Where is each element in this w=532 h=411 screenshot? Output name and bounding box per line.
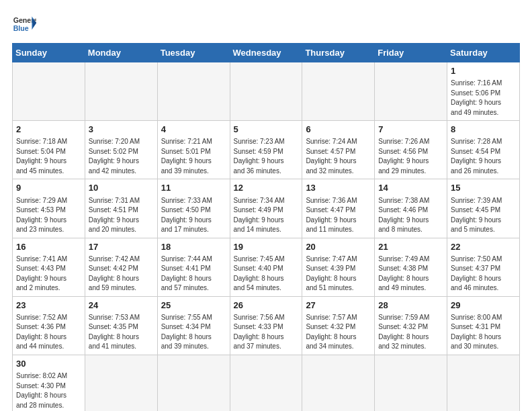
day-number: 25 xyxy=(161,300,226,312)
calendar-day-cell xyxy=(230,62,302,121)
calendar-week-row: 30Sunrise: 8:02 AM Sunset: 4:30 PM Dayli… xyxy=(13,355,520,411)
day-info: Sunrise: 7:49 AM Sunset: 4:38 PM Dayligh… xyxy=(378,255,443,293)
calendar-day-cell xyxy=(157,62,230,121)
calendar-week-row: 23Sunrise: 7:52 AM Sunset: 4:36 PM Dayli… xyxy=(13,296,520,355)
day-info: Sunrise: 7:21 AM Sunset: 5:01 PM Dayligh… xyxy=(161,137,226,176)
day-info: Sunrise: 7:57 AM Sunset: 4:32 PM Dayligh… xyxy=(306,313,371,352)
svg-text:Blue: Blue xyxy=(13,24,29,32)
calendar-day-cell: 19Sunrise: 7:45 AM Sunset: 4:40 PM Dayli… xyxy=(230,238,302,296)
day-info: Sunrise: 7:23 AM Sunset: 4:59 PM Dayligh… xyxy=(234,137,299,176)
calendar-day-cell: 15Sunrise: 7:39 AM Sunset: 4:45 PM Dayli… xyxy=(447,179,520,238)
calendar-day-header: Sunday xyxy=(13,44,85,62)
generalblue-logo-icon: General Blue xyxy=(12,12,36,36)
calendar-day-cell: 26Sunrise: 7:56 AM Sunset: 4:33 PM Dayli… xyxy=(230,296,302,355)
calendar-day-header: Thursday xyxy=(302,44,375,62)
calendar-day-cell: 29Sunrise: 8:00 AM Sunset: 4:31 PM Dayli… xyxy=(447,296,520,355)
day-number: 9 xyxy=(16,182,81,194)
day-info: Sunrise: 7:31 AM Sunset: 4:51 PM Dayligh… xyxy=(89,196,154,235)
day-number: 16 xyxy=(16,241,81,253)
day-number: 8 xyxy=(451,124,516,136)
calendar-day-cell xyxy=(13,62,85,121)
day-number: 15 xyxy=(451,182,516,194)
day-number: 18 xyxy=(161,241,226,253)
page-header: General Blue xyxy=(12,12,520,36)
calendar-day-cell: 10Sunrise: 7:31 AM Sunset: 4:51 PM Dayli… xyxy=(85,179,157,238)
calendar-day-cell: 13Sunrise: 7:36 AM Sunset: 4:47 PM Dayli… xyxy=(302,179,375,238)
day-number: 23 xyxy=(16,300,81,312)
day-info: Sunrise: 7:44 AM Sunset: 4:41 PM Dayligh… xyxy=(161,255,226,293)
calendar-day-cell: 16Sunrise: 7:41 AM Sunset: 4:43 PM Dayli… xyxy=(13,238,85,296)
calendar-day-cell: 11Sunrise: 7:33 AM Sunset: 4:50 PM Dayli… xyxy=(157,179,230,238)
calendar-day-cell: 2Sunrise: 7:18 AM Sunset: 5:04 PM Daylig… xyxy=(13,121,85,179)
calendar-day-header: Tuesday xyxy=(157,44,230,62)
day-number: 29 xyxy=(451,300,516,312)
day-info: Sunrise: 7:59 AM Sunset: 4:32 PM Dayligh… xyxy=(378,313,443,352)
day-number: 20 xyxy=(306,241,371,253)
day-info: Sunrise: 7:47 AM Sunset: 4:39 PM Dayligh… xyxy=(306,255,371,293)
calendar-header-row: SundayMondayTuesdayWednesdayThursdayFrid… xyxy=(13,44,520,62)
day-info: Sunrise: 8:02 AM Sunset: 4:30 PM Dayligh… xyxy=(16,371,81,410)
day-info: Sunrise: 7:36 AM Sunset: 4:47 PM Dayligh… xyxy=(306,196,371,235)
calendar-week-row: 9Sunrise: 7:29 AM Sunset: 4:53 PM Daylig… xyxy=(13,179,520,238)
day-info: Sunrise: 7:20 AM Sunset: 5:02 PM Dayligh… xyxy=(89,137,154,176)
calendar-day-cell: 27Sunrise: 7:57 AM Sunset: 4:32 PM Dayli… xyxy=(302,296,375,355)
day-number: 30 xyxy=(16,358,81,370)
calendar-day-cell: 25Sunrise: 7:55 AM Sunset: 4:34 PM Dayli… xyxy=(157,296,230,355)
day-info: Sunrise: 7:39 AM Sunset: 4:45 PM Dayligh… xyxy=(451,196,516,235)
day-info: Sunrise: 7:18 AM Sunset: 5:04 PM Dayligh… xyxy=(16,137,81,176)
calendar-day-cell: 1Sunrise: 7:16 AM Sunset: 5:06 PM Daylig… xyxy=(447,62,520,121)
day-info: Sunrise: 7:56 AM Sunset: 4:33 PM Dayligh… xyxy=(234,313,299,352)
day-number: 21 xyxy=(378,241,443,253)
day-number: 4 xyxy=(161,124,226,136)
day-number: 24 xyxy=(89,300,154,312)
calendar-day-cell: 3Sunrise: 7:20 AM Sunset: 5:02 PM Daylig… xyxy=(85,121,157,179)
calendar-day-cell xyxy=(375,62,447,121)
day-info: Sunrise: 7:38 AM Sunset: 4:46 PM Dayligh… xyxy=(378,196,443,235)
calendar-day-cell: 14Sunrise: 7:38 AM Sunset: 4:46 PM Dayli… xyxy=(375,179,447,238)
day-info: Sunrise: 7:53 AM Sunset: 4:35 PM Dayligh… xyxy=(89,313,154,352)
calendar-table: SundayMondayTuesdayWednesdayThursdayFrid… xyxy=(12,43,520,411)
day-number: 5 xyxy=(234,124,299,136)
day-number: 27 xyxy=(306,300,371,312)
day-number: 17 xyxy=(89,241,154,253)
calendar-day-cell xyxy=(157,355,230,411)
calendar-day-cell: 12Sunrise: 7:34 AM Sunset: 4:49 PM Dayli… xyxy=(230,179,302,238)
calendar-week-row: 1Sunrise: 7:16 AM Sunset: 5:06 PM Daylig… xyxy=(13,62,520,121)
calendar-day-cell: 6Sunrise: 7:24 AM Sunset: 4:57 PM Daylig… xyxy=(302,121,375,179)
calendar-day-cell xyxy=(230,355,302,411)
calendar-day-cell xyxy=(302,355,375,411)
calendar-day-cell: 21Sunrise: 7:49 AM Sunset: 4:38 PM Dayli… xyxy=(375,238,447,296)
calendar-day-cell: 17Sunrise: 7:42 AM Sunset: 4:42 PM Dayli… xyxy=(85,238,157,296)
calendar-day-cell xyxy=(302,62,375,121)
day-info: Sunrise: 7:24 AM Sunset: 4:57 PM Dayligh… xyxy=(306,137,371,176)
calendar-day-header: Friday xyxy=(375,44,447,62)
calendar-day-cell: 28Sunrise: 7:59 AM Sunset: 4:32 PM Dayli… xyxy=(375,296,447,355)
calendar-day-cell xyxy=(85,62,157,121)
calendar-day-cell: 30Sunrise: 8:02 AM Sunset: 4:30 PM Dayli… xyxy=(13,355,85,411)
calendar-day-cell: 7Sunrise: 7:26 AM Sunset: 4:56 PM Daylig… xyxy=(375,121,447,179)
day-info: Sunrise: 7:50 AM Sunset: 4:37 PM Dayligh… xyxy=(451,255,516,293)
day-info: Sunrise: 7:52 AM Sunset: 4:36 PM Dayligh… xyxy=(16,313,81,352)
calendar-day-cell xyxy=(375,355,447,411)
day-number: 28 xyxy=(378,300,443,312)
day-number: 3 xyxy=(89,124,154,136)
day-info: Sunrise: 7:16 AM Sunset: 5:06 PM Dayligh… xyxy=(451,79,516,118)
calendar-week-row: 16Sunrise: 7:41 AM Sunset: 4:43 PM Dayli… xyxy=(13,238,520,296)
day-info: Sunrise: 7:29 AM Sunset: 4:53 PM Dayligh… xyxy=(16,196,81,235)
day-info: Sunrise: 7:42 AM Sunset: 4:42 PM Dayligh… xyxy=(89,255,154,293)
calendar-week-row: 2Sunrise: 7:18 AM Sunset: 5:04 PM Daylig… xyxy=(13,121,520,179)
calendar-day-cell: 20Sunrise: 7:47 AM Sunset: 4:39 PM Dayli… xyxy=(302,238,375,296)
calendar-day-cell: 18Sunrise: 7:44 AM Sunset: 4:41 PM Dayli… xyxy=(157,238,230,296)
day-number: 1 xyxy=(451,65,516,77)
day-number: 22 xyxy=(451,241,516,253)
day-info: Sunrise: 8:00 AM Sunset: 4:31 PM Dayligh… xyxy=(451,313,516,352)
day-number: 26 xyxy=(234,300,299,312)
calendar-day-cell: 24Sunrise: 7:53 AM Sunset: 4:35 PM Dayli… xyxy=(85,296,157,355)
calendar-day-cell xyxy=(447,355,520,411)
day-number: 2 xyxy=(16,124,81,136)
day-info: Sunrise: 7:55 AM Sunset: 4:34 PM Dayligh… xyxy=(161,313,226,352)
logo: General Blue xyxy=(12,12,36,36)
calendar-day-cell: 4Sunrise: 7:21 AM Sunset: 5:01 PM Daylig… xyxy=(157,121,230,179)
day-info: Sunrise: 7:45 AM Sunset: 4:40 PM Dayligh… xyxy=(234,255,299,293)
day-number: 11 xyxy=(161,182,226,194)
